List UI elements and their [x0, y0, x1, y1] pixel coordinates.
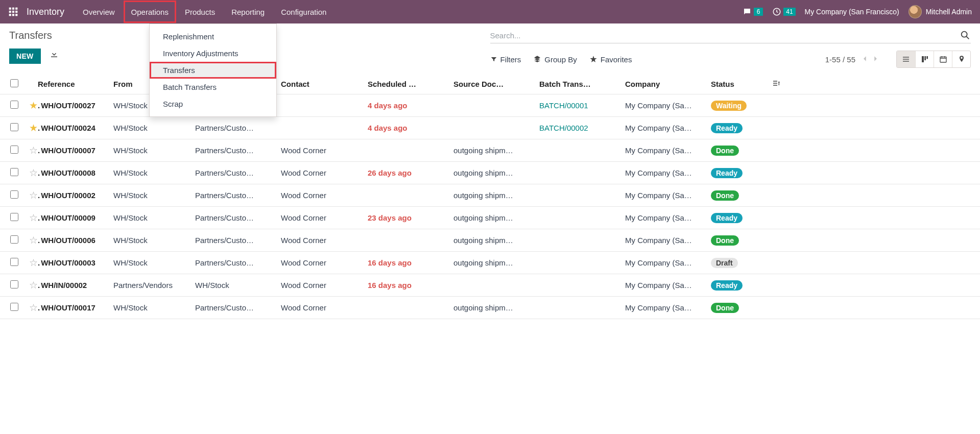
- star-icon[interactable]: [29, 191, 38, 200]
- row-checkbox[interactable]: [10, 258, 18, 266]
- cell-batch: BATCH/00002: [539, 124, 625, 132]
- cell-from: WH/Stock: [113, 258, 195, 267]
- cell-status: Ready: [711, 123, 767, 133]
- filters-button[interactable]: Filters: [490, 55, 521, 64]
- search-input[interactable]: [490, 31, 960, 40]
- row-checkbox[interactable]: [10, 303, 18, 311]
- col-source[interactable]: Source Doc…: [453, 80, 539, 88]
- row-checkbox[interactable]: [10, 168, 18, 176]
- star-icon[interactable]: [29, 147, 38, 155]
- cell-scheduled: 26 days ago: [368, 168, 453, 177]
- cell-reference: .WH/OUT/00002: [38, 191, 113, 200]
- groupby-button[interactable]: Group By: [533, 55, 577, 64]
- row-checkbox[interactable]: [10, 213, 18, 221]
- cell-source: outgoing shipm…: [453, 191, 539, 200]
- company-switcher[interactable]: My Company (San Francisco): [805, 8, 899, 16]
- dropdown-item-transfers[interactable]: Transfers: [150, 62, 276, 79]
- new-button[interactable]: NEW: [9, 49, 41, 64]
- nav-products[interactable]: Products: [177, 0, 223, 23]
- row-checkbox[interactable]: [10, 123, 18, 131]
- cell-status: Done: [711, 303, 767, 313]
- table-row[interactable]: .WH/OUT/00006WH/StockPartners/Custo…Wood…: [0, 229, 980, 252]
- cell-to: Partners/Custo…: [195, 146, 281, 155]
- nav-configuration[interactable]: Configuration: [273, 0, 334, 23]
- cell-from: WH/Stock: [113, 303, 195, 312]
- dropdown-item-replenishment[interactable]: Replenishment: [150, 28, 276, 45]
- dropdown-item-scrap[interactable]: Scrap: [150, 95, 276, 112]
- column-options-icon[interactable]: [767, 79, 785, 89]
- table-row[interactable]: .WH/OUT/00007WH/StockPartners/Custo…Wood…: [0, 139, 980, 162]
- dropdown-item-inventory-adjustments[interactable]: Inventory Adjustments: [150, 45, 276, 62]
- pager-text: 1-55 / 55: [825, 55, 855, 64]
- cell-to: Partners/Custo…: [195, 191, 281, 200]
- cell-reference: .WH/OUT/00024: [38, 124, 113, 132]
- row-checkbox[interactable]: [10, 146, 18, 154]
- user-name: Mitchell Admin: [926, 8, 972, 16]
- star-icon[interactable]: [29, 124, 38, 133]
- cell-from: WH/Stock: [113, 191, 195, 200]
- row-checkbox[interactable]: [10, 190, 18, 199]
- col-contact[interactable]: Contact: [281, 80, 368, 88]
- table-row[interactable]: .WH/OUT/00017WH/StockPartners/Custo…Wood…: [0, 297, 980, 319]
- user-menu[interactable]: Mitchell Admin: [909, 5, 972, 18]
- nav-overview[interactable]: Overview: [75, 0, 123, 23]
- pager-prev-icon[interactable]: [862, 55, 869, 64]
- cell-from: WH/Stock: [113, 146, 195, 155]
- search-icon[interactable]: [960, 30, 971, 41]
- star-icon[interactable]: [29, 304, 38, 312]
- star-icon[interactable]: [29, 169, 38, 178]
- dropdown-item-batch-transfers[interactable]: Batch Transfers: [150, 79, 276, 95]
- select-all-checkbox[interactable]: [10, 79, 18, 87]
- svg-rect-13: [903, 59, 909, 59]
- map-view-icon[interactable]: [952, 51, 970, 67]
- star-icon[interactable]: [29, 236, 38, 245]
- download-icon[interactable]: [50, 52, 59, 60]
- table-row[interactable]: .WH/OUT/00002WH/StockPartners/Custo…Wood…: [0, 184, 980, 207]
- nav-operations[interactable]: Operations: [123, 0, 177, 23]
- table-row[interactable]: .WH/OUT/00027WH/StockPartners/Custo…4 da…: [0, 94, 980, 117]
- col-company[interactable]: Company: [625, 80, 711, 88]
- row-checkbox[interactable]: [10, 101, 18, 109]
- calendar-view-icon[interactable]: [934, 51, 952, 67]
- cell-from: WH/Stock: [113, 236, 195, 245]
- svg-point-10: [962, 32, 967, 37]
- table-row[interactable]: .WH/OUT/00024WH/StockPartners/Custo…4 da…: [0, 117, 980, 139]
- pager-next-icon[interactable]: [872, 55, 879, 64]
- cell-contact: Wood Corner: [281, 258, 368, 267]
- nav-reporting[interactable]: Reporting: [223, 0, 273, 23]
- table-row[interactable]: .WH/OUT/00008WH/StockPartners/Custo…Wood…: [0, 162, 980, 184]
- svg-rect-15: [922, 56, 924, 62]
- star-icon[interactable]: [29, 102, 38, 110]
- favorites-button[interactable]: Favorites: [589, 55, 632, 64]
- list-view-icon[interactable]: [897, 51, 915, 67]
- cell-status: Done: [711, 235, 767, 246]
- avatar-icon: [909, 5, 922, 18]
- cell-status: Ready: [711, 168, 767, 178]
- star-icon[interactable]: [29, 259, 38, 268]
- svg-rect-14: [903, 61, 909, 61]
- row-checkbox[interactable]: [10, 235, 18, 244]
- cell-status: Ready: [711, 280, 767, 291]
- star-icon[interactable]: [29, 281, 38, 290]
- cell-to: Partners/Custo…: [195, 258, 281, 267]
- table-row[interactable]: .WH/OUT/00009WH/StockPartners/Custo…Wood…: [0, 207, 980, 229]
- col-batch[interactable]: Batch Trans…: [539, 80, 625, 88]
- cell-to: Partners/Custo…: [195, 168, 281, 177]
- star-icon[interactable]: [29, 214, 38, 223]
- col-scheduled[interactable]: Scheduled …: [368, 80, 453, 88]
- col-status[interactable]: Status: [711, 80, 767, 88]
- messages-button[interactable]: 6: [743, 7, 763, 16]
- col-reference[interactable]: Reference: [38, 80, 113, 88]
- activities-button[interactable]: 41: [772, 7, 795, 16]
- cell-company: My Company (Sa…: [625, 101, 711, 110]
- kanban-view-icon[interactable]: [915, 51, 934, 67]
- table-row[interactable]: .WH/IN/00002Partners/VendorsWH/StockWood…: [0, 274, 980, 297]
- app-name[interactable]: Inventory: [27, 7, 64, 17]
- table-row[interactable]: .WH/OUT/00003WH/StockPartners/Custo…Wood…: [0, 252, 980, 274]
- cell-status: Draft: [711, 258, 767, 268]
- row-checkbox[interactable]: [10, 280, 18, 288]
- apps-icon[interactable]: [8, 7, 18, 17]
- cell-company: My Company (Sa…: [625, 236, 711, 245]
- cell-reference: .WH/OUT/00003: [38, 258, 113, 267]
- cell-company: My Company (Sa…: [625, 168, 711, 177]
